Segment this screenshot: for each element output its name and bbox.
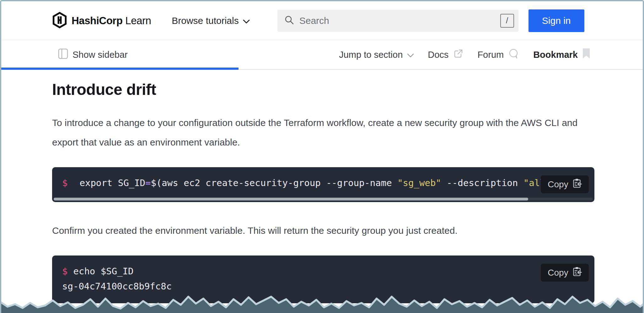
forum-label: Forum xyxy=(477,50,504,60)
horizontal-scrollbar[interactable] xyxy=(54,198,593,200)
shell-prompt: $ xyxy=(62,178,67,188)
show-sidebar-label: Show sidebar xyxy=(72,50,128,60)
page-frame: HashiCorpLearn Browse tutorials / Sign i… xyxy=(0,0,644,313)
code-text: --output text) xyxy=(589,178,594,188)
code-block-export-sg: $export SG_ID=$(aws ec2 create-security-… xyxy=(52,167,594,202)
reading-progress-bar xyxy=(1,68,239,70)
copy-button[interactable]: Copy xyxy=(541,175,589,193)
browse-tutorials-menu[interactable]: Browse tutorials xyxy=(172,15,250,26)
search-bar[interactable]: / xyxy=(277,10,518,32)
bookmark-label: Bookmark xyxy=(533,50,578,60)
tutorial-toolbar: Show sidebar Jump to section Docs Forum xyxy=(1,40,643,70)
code-operator: = xyxy=(145,178,151,188)
code-output-line: sg-04c74100cc8b9fc8c xyxy=(62,279,594,294)
code-text: $(aws ec2 create-security-group --group-… xyxy=(151,178,397,188)
bookmark-button[interactable]: Bookmark xyxy=(533,48,590,61)
sidebar-icon xyxy=(58,48,68,61)
brand-wordmark: HashiCorpLearn xyxy=(72,15,151,27)
code-string: "sg_web" xyxy=(397,178,441,188)
code-line: $export SG_ID=$(aws ec2 create-security-… xyxy=(62,178,594,188)
bookmark-icon xyxy=(582,48,590,61)
browse-tutorials-label: Browse tutorials xyxy=(172,15,239,26)
code-line: $echo $SG_ID xyxy=(62,264,594,279)
external-link-icon xyxy=(453,48,464,61)
copy-button[interactable]: Copy xyxy=(541,264,589,282)
paragraph: Confirm you created the environment vari… xyxy=(52,221,592,240)
shell-prompt: $ xyxy=(62,266,67,277)
forum-chat-icon xyxy=(508,48,519,62)
code-text: echo $SG_ID xyxy=(73,266,133,277)
jump-to-section-dropdown[interactable]: Jump to section xyxy=(339,50,414,60)
slash-shortcut-key: / xyxy=(500,14,514,28)
chevron-down-icon xyxy=(407,50,414,60)
code-text: export SG_ID xyxy=(79,178,145,188)
top-header: HashiCorpLearn Browse tutorials / Sign i… xyxy=(1,1,643,40)
jump-to-section-label: Jump to section xyxy=(339,50,403,60)
forum-link[interactable]: Forum xyxy=(477,48,519,62)
page-title: Introduce drift xyxy=(52,80,592,99)
hashicorp-learn-logo[interactable]: HashiCorpLearn xyxy=(52,12,151,30)
copy-label: Copy xyxy=(548,179,568,189)
hashicorp-logo-icon xyxy=(52,12,67,30)
clipboard-copy-icon xyxy=(572,266,582,279)
sign-in-button[interactable]: Sign in xyxy=(529,9,584,32)
clipboard-copy-icon xyxy=(572,178,582,190)
tutorial-content: Introduce drift To introduce a change to… xyxy=(1,80,643,303)
docs-label: Docs xyxy=(428,50,448,60)
code-block-echo-sg: $echo $SG_ID sg-04c74100cc8b9fc8c Copy xyxy=(52,255,594,303)
search-input[interactable] xyxy=(299,15,500,26)
copy-label: Copy xyxy=(548,268,568,278)
search-icon xyxy=(284,15,294,26)
paragraph: To introduce a change to your configurat… xyxy=(52,113,592,152)
show-sidebar-button[interactable]: Show sidebar xyxy=(58,48,128,61)
scrollbar-thumb[interactable] xyxy=(54,198,528,200)
code-text: --description xyxy=(441,178,523,188)
chevron-down-icon xyxy=(243,15,250,26)
docs-link[interactable]: Docs xyxy=(428,48,464,61)
